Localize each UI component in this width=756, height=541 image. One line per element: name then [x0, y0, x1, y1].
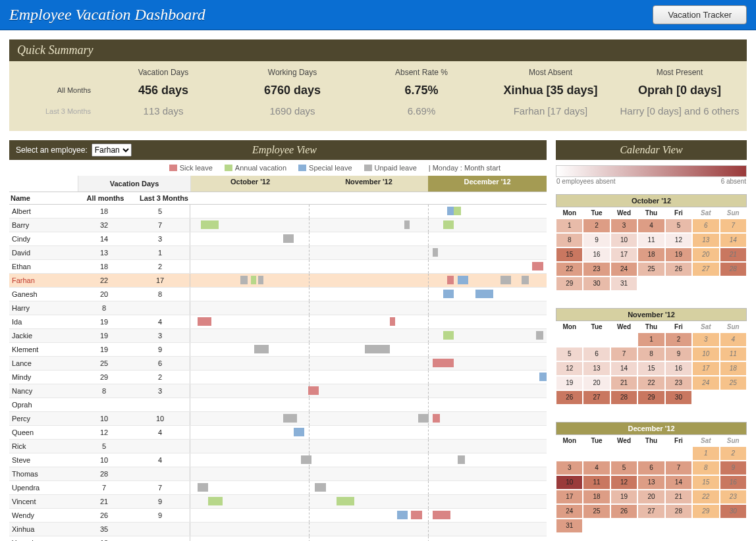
calendar-day[interactable]: 4 [637, 219, 664, 233]
calendar-day[interactable]: 1 [692, 446, 719, 461]
calendar-day[interactable]: 13 [583, 361, 610, 376]
calendar-day[interactable]: 10 [610, 233, 637, 247]
employee-row[interactable]: Steve104 [9, 453, 547, 467]
employee-row[interactable]: Farhan2217 [9, 274, 547, 288]
calendar-day[interactable]: 1 [637, 332, 664, 347]
employee-row[interactable]: Nancy83 [9, 384, 547, 398]
calendar-day[interactable]: 27 [583, 390, 610, 405]
employee-row[interactable]: Thomas28 [9, 467, 547, 481]
calendar-day[interactable]: 17 [692, 361, 719, 376]
calendar-day[interactable]: 12 [610, 475, 637, 490]
employee-row[interactable]: Cindy143 [9, 232, 547, 246]
employee-row[interactable]: Ethan182 [9, 260, 547, 274]
employee-row[interactable]: David131 [9, 246, 547, 260]
calendar-day[interactable]: 23 [665, 376, 692, 390]
employee-row[interactable]: Lance256 [9, 357, 547, 371]
calendar-day[interactable]: 27 [637, 504, 664, 519]
employee-row[interactable]: Mindy292 [9, 371, 547, 384]
calendar-day[interactable]: 21 [610, 376, 637, 390]
calendar-day[interactable]: 9 [720, 461, 747, 475]
calendar-day[interactable]: 6 [692, 219, 719, 233]
calendar-day[interactable]: 14 [610, 361, 637, 376]
employee-row[interactable]: Klement199 [9, 343, 547, 357]
calendar-day[interactable]: 4 [720, 332, 747, 347]
calendar-day[interactable]: 22 [637, 376, 664, 390]
calendar-day[interactable]: 30 [720, 504, 747, 519]
calendar-day[interactable]: 26 [665, 262, 692, 276]
calendar-day[interactable]: 3 [556, 461, 583, 475]
calendar-day[interactable]: 26 [556, 390, 583, 405]
calendar-day[interactable]: 17 [556, 490, 583, 504]
calendar-day[interactable]: 18 [583, 490, 610, 504]
calendar-day[interactable]: 24 [556, 504, 583, 519]
calendar-day[interactable]: 6 [583, 347, 610, 361]
calendar-day[interactable]: 26 [610, 504, 637, 519]
employee-row[interactable]: Percy1010 [9, 412, 547, 426]
calendar-day[interactable]: 3 [692, 332, 719, 347]
calendar-day[interactable]: 5 [556, 347, 583, 361]
employee-row[interactable]: Vincent219 [9, 495, 547, 509]
calendar-day[interactable]: 31 [556, 519, 583, 533]
calendar-day[interactable]: 13 [637, 475, 664, 490]
calendar-day[interactable]: 15 [556, 247, 583, 262]
employee-row[interactable]: Rick5 [9, 440, 547, 453]
employee-row[interactable]: Upendra77 [9, 481, 547, 495]
calendar-day[interactable]: 20 [692, 247, 719, 262]
calendar-day[interactable]: 20 [583, 376, 610, 390]
calendar-day[interactable]: 3 [610, 219, 637, 233]
calendar-day[interactable]: 12 [556, 361, 583, 376]
employee-row[interactable]: Harry8 [9, 301, 547, 315]
employee-row[interactable]: Xinhua35 [9, 523, 547, 536]
calendar-day[interactable]: 11 [720, 347, 747, 361]
calendar-day[interactable]: 8 [556, 233, 583, 247]
employee-row[interactable]: Queen124 [9, 426, 547, 440]
calendar-day[interactable]: 19 [610, 490, 637, 504]
calendar-day[interactable]: 27 [692, 262, 719, 276]
calendar-day[interactable]: 15 [637, 361, 664, 376]
calendar-day[interactable]: 13 [692, 233, 719, 247]
employee-row[interactable]: Jackie193 [9, 329, 547, 343]
calendar-day[interactable]: 5 [665, 219, 692, 233]
calendar-day[interactable]: 24 [610, 262, 637, 276]
employee-row[interactable]: Ganesh208 [9, 288, 547, 301]
calendar-day[interactable]: 5 [610, 461, 637, 475]
calendar-day[interactable]: 25 [720, 376, 747, 390]
calendar-day[interactable]: 17 [610, 247, 637, 262]
employee-row[interactable]: Barry327 [9, 219, 547, 232]
calendar-day[interactable]: 16 [665, 361, 692, 376]
employee-row[interactable]: Yogesh18 [9, 536, 547, 541]
calendar-day[interactable]: 2 [665, 332, 692, 347]
vacation-tracker-button[interactable]: Vacation Tracker [653, 5, 747, 24]
calendar-day[interactable]: 23 [720, 490, 747, 504]
calendar-day[interactable]: 11 [583, 475, 610, 490]
calendar-day[interactable]: 7 [610, 347, 637, 361]
calendar-day[interactable]: 8 [692, 461, 719, 475]
employee-select[interactable]: Farhan [92, 143, 132, 157]
calendar-day[interactable]: 28 [610, 390, 637, 405]
calendar-day[interactable]: 2 [583, 219, 610, 233]
employee-row[interactable]: Albert185 [9, 205, 547, 219]
calendar-day[interactable]: 23 [583, 262, 610, 276]
calendar-day[interactable]: 25 [583, 504, 610, 519]
calendar-day[interactable]: 14 [720, 233, 747, 247]
calendar-day[interactable]: 4 [583, 461, 610, 475]
calendar-day[interactable]: 18 [720, 361, 747, 376]
calendar-day[interactable]: 31 [610, 276, 637, 291]
calendar-day[interactable]: 22 [556, 262, 583, 276]
calendar-day[interactable]: 9 [665, 347, 692, 361]
calendar-day[interactable]: 30 [665, 390, 692, 405]
calendar-day[interactable]: 28 [720, 262, 747, 276]
calendar-day[interactable]: 30 [583, 276, 610, 291]
calendar-day[interactable]: 28 [665, 504, 692, 519]
calendar-day[interactable]: 18 [637, 247, 664, 262]
calendar-day[interactable]: 16 [720, 475, 747, 490]
employee-row[interactable]: Wendy269 [9, 509, 547, 523]
calendar-day[interactable]: 21 [720, 247, 747, 262]
calendar-day[interactable]: 29 [556, 276, 583, 291]
calendar-day[interactable]: 9 [583, 233, 610, 247]
employee-row[interactable]: Oprah [9, 398, 547, 412]
calendar-day[interactable]: 29 [692, 504, 719, 519]
calendar-day[interactable]: 24 [692, 376, 719, 390]
calendar-day[interactable]: 7 [720, 219, 747, 233]
calendar-day[interactable]: 7 [665, 461, 692, 475]
